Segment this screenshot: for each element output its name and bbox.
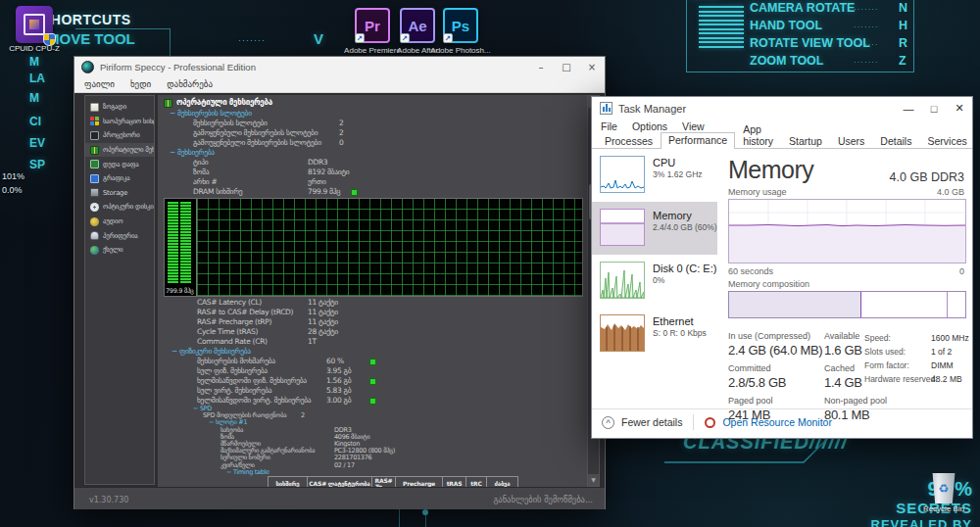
close-button[interactable]: ✕ <box>947 97 972 120</box>
row-value: 2 <box>339 128 343 138</box>
sidebar-item-audio[interactable]: აუდიო <box>85 215 154 229</box>
stat-cell: In use (Compressed)2.4 GB (64.0 MB) <box>728 331 818 358</box>
row-value: 5.83 გბ <box>326 386 351 396</box>
resource-name: Disk 0 (C: E:) <box>653 262 716 275</box>
tab-performance[interactable]: Performance <box>661 132 735 149</box>
cpu-z-desktop-icon[interactable] <box>16 6 53 43</box>
menu-item[interactable]: ხედი <box>130 79 151 89</box>
recycle-bin-icon[interactable]: ♻ <box>931 473 956 503</box>
menu-item[interactable]: File <box>601 120 617 132</box>
sidebar-item-summary[interactable]: ზოგადი <box>85 100 154 115</box>
info-row: გამოყენებული მეხსიერების სლოტები2 <box>158 128 589 138</box>
menu-item[interactable]: View <box>682 120 705 132</box>
stat-label: Paged pool <box>728 396 818 406</box>
row-label: მეხსიერების სლოტები <box>193 119 268 127</box>
fewer-details-button[interactable]: Fewer details <box>621 416 682 428</box>
memory-capacity: 4.0 GB DDR3 <box>890 170 964 184</box>
detail-row: Form factor:DIMM <box>864 360 969 370</box>
stat-label: Committed <box>728 363 818 373</box>
sidebar-item-cpu[interactable]: CPU3% 1.62 GHz <box>592 149 717 202</box>
speccy-content: ოპერატიული მეხსიერება− მეხსიერების სლოტე… <box>158 95 589 487</box>
stat-value: 2.4 GB (64.0 MB) <box>728 343 818 358</box>
collapse-icon: − <box>170 109 177 118</box>
sidebar-item-ethernet[interactable]: EthernetS: 0 R: 0 Kbps <box>592 308 717 360</box>
sidebar-item-peripherals[interactable]: პერიფერია <box>85 228 154 243</box>
row-label: ხელმისაწვდომი ვირტ. მეხსიერება <box>197 396 311 405</box>
timing-table-header-row: სიხშირეCAS# ლატენტურობაRAS# To ....Prech… <box>269 476 518 487</box>
tool-shortcut-row: ZOOM TOOL·······Z <box>750 54 907 72</box>
usage-graph-max: 4.0 GB <box>937 187 964 197</box>
row-value: 799.9 მჰც <box>308 187 340 197</box>
sidebar-item-memory[interactable]: Memory2.4/4.0 GB (60%) <box>592 202 717 255</box>
sidebar-item-network[interactable]: ქსელი <box>85 243 154 258</box>
3d-panel-title: 3D <box>690 0 722 4</box>
resource-stat: 0% <box>653 275 716 286</box>
photoshop-desktop-icon[interactable]: Ps↗ <box>443 8 478 43</box>
timing-table-header: სიხშირე <box>269 476 308 487</box>
menu-item[interactable]: Options <box>632 120 667 132</box>
sidebar-item-ram[interactable]: ოპერატიული მეხსიერება <box>85 143 154 158</box>
sidebar-item-motherboard[interactable]: დედა დაფა <box>85 157 154 171</box>
minimize-button[interactable]: – <box>528 57 554 76</box>
icon-abbr: Ps <box>452 18 469 34</box>
photoshop-icon-label: Adobe Photosh... <box>429 46 492 55</box>
timing-table-header: RAS# To .... <box>372 476 396 487</box>
ok-status-icon <box>369 378 376 385</box>
speccy-body: ზოგადისაოპერაციო სისტემაპროცესორიოპერატი… <box>74 93 605 487</box>
tab-processes[interactable]: Processes <box>597 133 661 149</box>
row-value: 60 % <box>326 357 344 366</box>
menu-item[interactable]: დახმარება <box>167 79 213 89</box>
tab-startup[interactable]: Startup <box>781 133 830 149</box>
chip-icon <box>24 14 45 35</box>
summary-icon <box>90 103 99 112</box>
maximize-button[interactable]: □ <box>921 97 947 120</box>
row-value: 1T <box>308 337 317 347</box>
shortcut-arrow-icon: ↗ <box>400 33 410 43</box>
task-manager-titlebar: Task Manager — □ ✕ <box>592 97 972 120</box>
premiere-desktop-icon[interactable]: Pr↗ <box>355 8 390 43</box>
section-row[interactable]: − Timing table <box>158 469 589 476</box>
scroll-down-icon[interactable]: ▼ <box>588 474 599 486</box>
frequency-meter: 799.9 მჰც <box>165 199 197 296</box>
task-manager-app-icon <box>600 102 612 115</box>
cpu-z-icon-label: CPUID CPU-Z <box>0 44 80 53</box>
tool-shortcut-row: ROTATE VIEW TOOL·······R <box>750 36 907 54</box>
section-row[interactable]: − მეხსიერების სლოტები <box>158 109 589 119</box>
tab-app-history[interactable]: App history <box>735 121 781 149</box>
detail-value: 1600 MHz <box>931 333 969 343</box>
minimize-button[interactable]: — <box>896 97 921 120</box>
sidebar-item-optical[interactable]: ოპტიკური დისკი <box>85 200 154 215</box>
section-row[interactable]: − ფიზიკური მეხსიერება <box>158 347 589 357</box>
detail-row: Slots used:1 of 2 <box>864 347 969 357</box>
maximize-button[interactable]: □ <box>554 57 579 76</box>
tab-services[interactable]: Services <box>919 133 974 149</box>
close-button[interactable]: × <box>579 57 605 76</box>
resource-stat: 3% 1.62 GHz <box>653 169 703 180</box>
sidebar-item-graphics[interactable]: გრაფიკა <box>85 171 154 186</box>
update-check-link[interactable]: განახლების შემოწმება... <box>493 495 593 504</box>
tab-details[interactable]: Details <box>872 133 919 149</box>
tab-users[interactable]: Users <box>830 133 872 149</box>
icon-abbr: Pr <box>365 18 380 34</box>
info-row: კვირა/წელი02 / 17 <box>158 462 589 469</box>
sidebar-item-text: EthernetS: 0 R: 0 Kbps <box>653 314 707 339</box>
shortcuts-title: SHORTCUTS <box>41 12 131 27</box>
info-row: სულ ფიზ. მეხსიერება3.95 გბ <box>158 366 589 376</box>
sidebar-item-storage[interactable]: Storage <box>85 186 154 201</box>
sidebar-item-label: საოპერაციო სისტემა <box>103 118 154 125</box>
sidebar-item-os[interactable]: საოპერაციო სისტემა <box>85 115 154 129</box>
sidebar-item-disk[interactable]: Disk 0 (C: E:)0% <box>592 255 717 308</box>
chevron-up-icon: ^ <box>602 416 614 429</box>
network-icon <box>90 246 99 255</box>
open-resource-monitor-link[interactable]: Open Resource Monitor <box>722 416 831 428</box>
after-effects-desktop-icon[interactable]: Ae↗ <box>400 8 435 43</box>
sidebar-item-cpu[interactable]: პროცესორი <box>85 128 154 143</box>
menu-item[interactable]: ფაილი <box>84 79 115 89</box>
section-row[interactable]: − მეხსიერება <box>158 148 589 158</box>
resource-name: Ethernet <box>653 314 707 328</box>
meter-bar <box>180 202 191 283</box>
move-tool-dots: ······· <box>238 35 266 45</box>
info-row: ხელმისაწვდომი ფიზ. მეხსიერება1.56 გბ <box>158 376 589 386</box>
tool-shortcut-row: CAMERA ROTATE·······N <box>750 1 907 19</box>
speccy-window-title: Piriform Speccy - Professional Edition <box>100 62 256 72</box>
